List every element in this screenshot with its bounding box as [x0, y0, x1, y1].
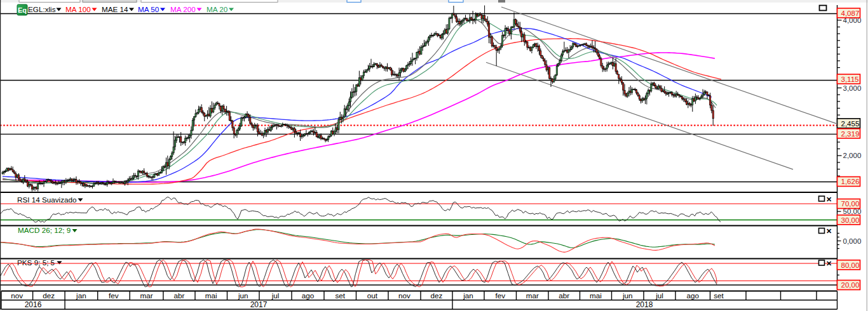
svg-text:out: out: [367, 291, 378, 300]
svg-text:3,115: 3,115: [841, 76, 859, 83]
svg-text:jul: jul: [655, 291, 663, 300]
svg-text:jan: jan: [76, 291, 86, 300]
svg-text:ago: ago: [302, 291, 315, 300]
svg-text:Eq: Eq: [18, 6, 27, 14]
svg-text:70,00: 70,00: [841, 200, 860, 208]
svg-text:MA 20: MA 20: [207, 5, 228, 13]
svg-text:✕: ✕: [826, 227, 832, 235]
svg-text:MAE 14: MAE 14: [102, 5, 128, 13]
svg-text:PKS 9; 5; 5: PKS 9; 5; 5: [17, 258, 55, 267]
svg-text:set: set: [335, 291, 345, 300]
svg-text:dez: dez: [431, 291, 443, 300]
svg-text:jun: jun: [238, 291, 248, 300]
svg-text:fev: fev: [109, 291, 119, 300]
svg-text:2,319: 2,319: [841, 130, 860, 138]
svg-text:dez: dez: [43, 291, 55, 300]
svg-text:20,00: 20,00: [841, 281, 860, 289]
svg-text:2,455: 2,455: [841, 120, 860, 128]
svg-text:30,00: 30,00: [841, 216, 860, 224]
svg-text:nov: nov: [398, 291, 410, 300]
svg-text:MACD 26; 12; 9: MACD 26; 12; 9: [18, 226, 71, 234]
svg-text:RSI 14 Suavizado: RSI 14 Suavizado: [17, 195, 77, 204]
svg-text:mar: mar: [526, 291, 539, 300]
svg-text:3,000: 3,000: [843, 84, 862, 92]
svg-text:ago: ago: [686, 291, 699, 300]
svg-text:80,00: 80,00: [841, 261, 860, 269]
svg-text:jan: jan: [463, 291, 473, 300]
svg-text:MA 200: MA 200: [170, 5, 196, 13]
svg-text:abr: abr: [173, 291, 184, 300]
svg-text:set: set: [714, 291, 724, 300]
svg-text:1,626: 1,626: [841, 178, 860, 185]
svg-text:mai: mai: [205, 291, 217, 300]
svg-text:abr: abr: [559, 291, 569, 300]
svg-text:2017: 2017: [250, 300, 268, 309]
svg-text:fev: fev: [495, 291, 505, 300]
svg-text:✕: ✕: [826, 195, 832, 203]
svg-text:2,000: 2,000: [843, 152, 862, 159]
svg-text:jul: jul: [271, 291, 280, 300]
svg-text:mai: mai: [590, 291, 602, 300]
svg-text:2018: 2018: [636, 300, 653, 309]
svg-text:EGL:xlis: EGL:xlis: [28, 5, 56, 13]
svg-text:nov: nov: [11, 291, 23, 300]
svg-text:4,087: 4,087: [841, 10, 860, 17]
svg-text:✕: ✕: [826, 260, 832, 267]
svg-text:0,000: 0,000: [843, 237, 862, 245]
svg-text:jun: jun: [622, 291, 633, 300]
svg-text:mar: mar: [140, 291, 153, 300]
svg-text:MA 100: MA 100: [65, 5, 91, 13]
svg-text:MA 50: MA 50: [138, 5, 159, 13]
svg-text:2016: 2016: [25, 300, 42, 309]
